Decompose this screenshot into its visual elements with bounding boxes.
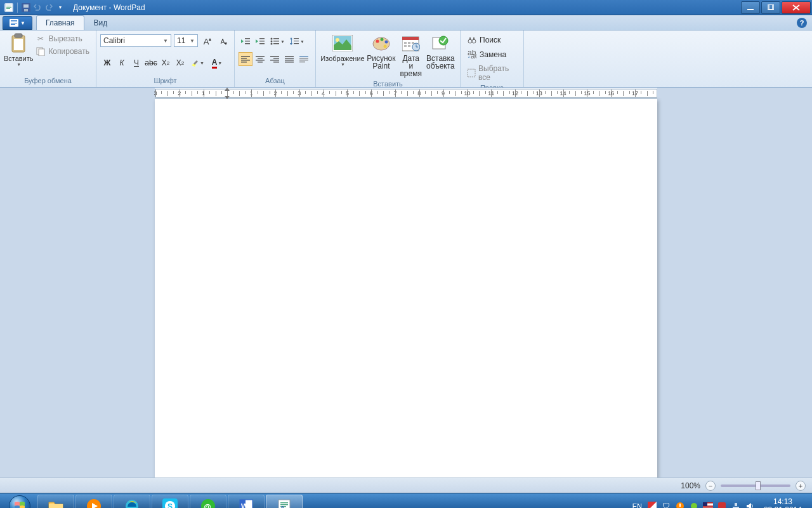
bold-button[interactable]: Ж	[100, 56, 114, 70]
inc-indent-button[interactable]	[253, 34, 267, 48]
task-explorer[interactable]	[37, 495, 74, 509]
svg-rect-94	[280, 502, 288, 504]
superscript-button[interactable]: X2	[173, 56, 187, 70]
clipboard-icon	[8, 33, 29, 53]
svg-rect-6	[23, 4, 29, 8]
titlebar: ▾ Документ - WordPad	[0, 0, 812, 15]
updates-icon[interactable]	[675, 501, 685, 509]
zoom-out-button[interactable]: −	[705, 481, 716, 491]
svg-point-100	[691, 503, 697, 509]
underline-button[interactable]: Ч	[129, 56, 143, 70]
usflag-icon[interactable]	[703, 501, 713, 509]
paste-button[interactable]: Вставить ▼	[4, 32, 33, 68]
font-size-combo[interactable]: 11▼	[174, 34, 198, 47]
insert-image-button[interactable]: Изображение▼	[320, 32, 365, 68]
cut-label: Вырезать	[48, 34, 82, 43]
task-word[interactable]: W	[228, 495, 265, 509]
highlight-button[interactable]: ▼	[188, 56, 207, 70]
folder-icon	[48, 499, 64, 509]
line-spacing-button[interactable]: ▼	[287, 34, 306, 48]
close-button[interactable]	[782, 1, 811, 14]
svg-rect-45	[270, 56, 279, 57]
undo-icon[interactable]	[32, 3, 43, 13]
subscript-button[interactable]: X2	[159, 56, 173, 70]
svg-text:A: A	[280, 505, 285, 509]
task-mail[interactable]: @	[190, 495, 226, 509]
svg-rect-25	[259, 41, 265, 42]
cut-button[interactable]: ✂Вырезать	[33, 33, 92, 44]
tray-app2-icon[interactable]	[717, 501, 727, 509]
shrink-font-button[interactable]: A▾	[217, 34, 231, 48]
save-icon[interactable]	[21, 3, 31, 13]
system-tray: EN 🛡 14:13 23.01.2014	[632, 498, 809, 509]
calendar-icon	[401, 33, 421, 53]
task-ie[interactable]	[114, 495, 150, 509]
file-menu-button[interactable]: ▼	[3, 16, 32, 30]
align-left-button[interactable]	[239, 52, 252, 66]
task-skype[interactable]: S	[152, 495, 188, 509]
svg-point-29	[271, 43, 273, 45]
paragraph-dialog-button[interactable]	[297, 52, 311, 66]
svg-rect-8	[747, 9, 754, 10]
zoom-in-button[interactable]: +	[796, 481, 806, 491]
tab-home[interactable]: Главная	[36, 15, 84, 30]
svg-rect-54	[299, 58, 308, 58]
minimize-button[interactable]	[741, 1, 760, 14]
align-center-button[interactable]	[253, 52, 267, 66]
task-mediaplayer[interactable]	[75, 495, 112, 509]
volume-icon[interactable]	[745, 501, 755, 509]
network-icon[interactable]	[731, 501, 741, 509]
skype-icon: S	[162, 498, 178, 509]
ruler[interactable]: 3211234567891011121314151617	[155, 88, 657, 99]
copy-icon	[36, 46, 46, 57]
svg-rect-71	[408, 45, 410, 47]
svg-rect-70	[404, 45, 407, 47]
clock[interactable]: 14:13 23.01.2014	[760, 498, 806, 509]
tray-app1-icon[interactable]	[689, 501, 699, 509]
ribbon: Вставить ▼ ✂Вырезать Копировать Буфер об…	[0, 30, 812, 88]
paint-button[interactable]: РисунокPaint	[365, 32, 397, 71]
select-all-button[interactable]: Выбрать все	[464, 64, 520, 83]
svg-rect-78	[473, 37, 475, 40]
strikethrough-button[interactable]: abc	[144, 56, 158, 70]
find-button[interactable]: Поиск	[464, 34, 520, 46]
zoom-thumb[interactable]	[756, 481, 761, 490]
task-wordpad[interactable]: A	[266, 495, 303, 509]
font-size-value: 11	[177, 36, 185, 45]
lang-indicator[interactable]: EN	[632, 502, 642, 509]
redo-icon[interactable]	[44, 3, 54, 13]
dec-indent-button[interactable]	[239, 34, 252, 48]
svg-rect-24	[259, 38, 265, 39]
help-button[interactable]: ?	[797, 18, 807, 28]
start-button[interactable]	[3, 493, 37, 509]
tab-view[interactable]: Вид	[84, 15, 117, 30]
document-page[interactable]	[155, 99, 657, 478]
ie-icon	[124, 498, 140, 509]
svg-rect-7	[24, 9, 28, 11]
italic-button[interactable]: К	[115, 56, 129, 70]
svg-rect-9	[768, 4, 773, 10]
insert-object-button[interactable]: Вставкаобъекта	[425, 32, 456, 71]
svg-rect-44	[258, 62, 263, 63]
copy-button[interactable]: Копировать	[33, 46, 92, 57]
word-icon: W	[239, 498, 254, 509]
replace-button[interactable]: abacЗамена	[464, 49, 520, 60]
svg-rect-13	[11, 22, 17, 22]
zoom-slider[interactable]	[721, 485, 790, 487]
scissors-icon: ✂	[36, 34, 46, 44]
bullets-button[interactable]: ▼	[268, 34, 287, 48]
flag-icon[interactable]	[647, 501, 657, 509]
datetime-button[interactable]: Дата ивремя	[397, 32, 425, 79]
shield-icon[interactable]: 🛡	[661, 501, 671, 509]
svg-rect-56	[299, 62, 305, 62]
taskbar: S @ W A EN 🛡 14:13 23.01.2014	[0, 493, 812, 508]
svg-rect-32	[273, 43, 279, 44]
qat-customize-icon[interactable]: ▾	[55, 3, 65, 13]
font-family-combo[interactable]: Calibri▼	[100, 34, 171, 47]
maximize-button[interactable]	[761, 1, 780, 14]
align-right-button[interactable]	[268, 52, 282, 66]
align-justify-button[interactable]	[282, 52, 296, 66]
grow-font-button[interactable]: A▴	[200, 34, 214, 48]
object-icon	[430, 33, 450, 53]
font-color-button[interactable]: A▼	[207, 56, 226, 70]
